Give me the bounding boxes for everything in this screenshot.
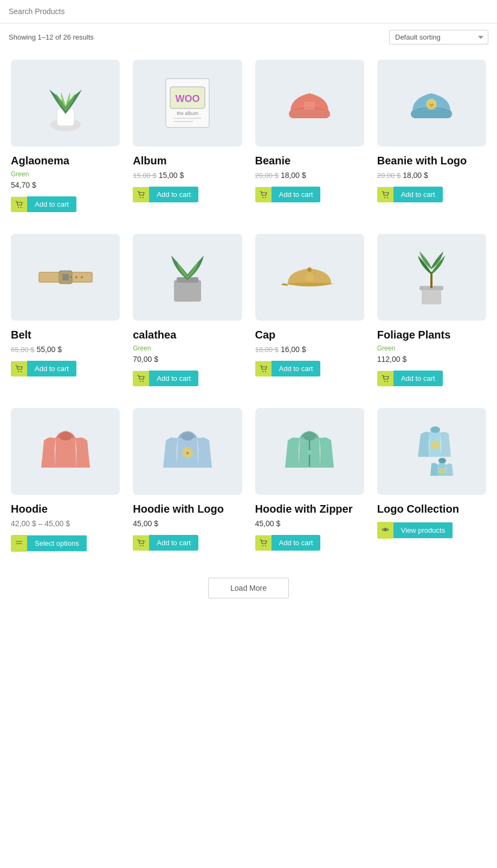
view-products-label: View products (393, 522, 453, 538)
svg-point-12 (143, 197, 144, 198)
product-card-cap: Cap18,00 $16,00 $ Add to cart (249, 225, 371, 399)
cart-icon (133, 535, 149, 551)
product-image-belt (11, 234, 120, 321)
svg-point-54 (265, 545, 266, 546)
product-name-belt: Belt (11, 328, 120, 341)
price-original: 20,00 $ (255, 171, 279, 180)
product-image-foliage-plants (377, 234, 486, 321)
svg-point-11 (140, 197, 141, 198)
sort-select[interactable]: Default sorting Sort by popularity Sort … (389, 30, 488, 44)
add-to-cart-button-foliage-plants[interactable]: Add to cart (377, 371, 443, 386)
product-price-beanie-logo: 20,00 $18,00 $ (377, 170, 486, 180)
product-price-album: 15,00 $15,00 $ (133, 170, 242, 180)
cart-icon (255, 187, 272, 202)
product-card-hoodie-logo: ★ Hoodie with Logo45,00 $ Add to cart (126, 399, 248, 565)
add-to-cart-label: Add to cart (272, 535, 321, 551)
svg-point-15 (262, 197, 263, 198)
svg-point-28 (70, 276, 72, 278)
add-to-cart-label: Add to cart (27, 361, 76, 376)
product-image-album: WOO the album (133, 60, 242, 146)
select-options-button-hoodie[interactable]: Select options (11, 535, 87, 552)
product-image-hoodie-zipper (255, 408, 364, 495)
svg-point-53 (262, 545, 263, 546)
add-to-cart-label: Add to cart (149, 187, 198, 202)
price-single: 45,00 $ (255, 519, 281, 528)
cart-icon (377, 187, 393, 202)
svg-rect-13 (289, 110, 330, 118)
cart-icon (377, 371, 393, 386)
svg-point-26 (81, 276, 83, 278)
cart-icon (11, 361, 27, 376)
svg-point-4 (21, 207, 22, 208)
svg-point-35 (307, 267, 312, 272)
add-to-cart-button-cap[interactable]: Add to cart (255, 361, 321, 376)
svg-point-33 (140, 381, 141, 382)
toolbar: Showing 1–12 of 26 results Default sorti… (0, 23, 497, 51)
product-image-beanie (255, 60, 364, 146)
add-to-cart-button-beanie[interactable]: Add to cart (255, 187, 321, 202)
svg-point-38 (265, 371, 266, 372)
svg-point-34 (143, 381, 144, 382)
cart-icon (255, 535, 272, 551)
svg-point-57 (438, 458, 446, 463)
product-name-beanie: Beanie (255, 154, 364, 167)
price-single: 112,00 $ (377, 355, 407, 363)
product-name-hoodie: Hoodie (11, 502, 120, 515)
svg-rect-25 (62, 274, 69, 280)
add-to-cart-label: Add to cart (272, 361, 321, 376)
product-image-calathea (133, 234, 242, 321)
add-to-cart-label: Add to cart (393, 187, 443, 202)
price-current: 55,00 $ (36, 345, 62, 354)
svg-point-58 (439, 468, 446, 474)
product-name-cap: Cap (255, 328, 364, 341)
svg-rect-31 (174, 280, 201, 302)
product-image-logo-collection (377, 408, 486, 495)
add-to-cart-button-calathea[interactable]: Add to cart (133, 371, 198, 386)
product-tag-foliage-plants: Green (377, 344, 486, 352)
add-to-cart-button-album[interactable]: Add to cart (133, 187, 198, 202)
view-products-button-logo-collection[interactable]: View products (377, 522, 453, 539)
add-to-cart-button-hoodie-zipper[interactable]: Add to cart (255, 535, 321, 551)
product-name-hoodie-logo: Hoodie with Logo (133, 502, 242, 515)
price-range: 42,00 $ – 45,00 $ (11, 519, 70, 528)
product-card-calathea: calatheaGreen70,00 $ Add to cart (126, 225, 248, 399)
svg-point-49 (143, 545, 144, 546)
product-name-hoodie-zipper: Hoodie with Zipper (255, 502, 364, 515)
add-to-cart-label: Add to cart (149, 535, 198, 551)
svg-text:😊: 😊 (429, 102, 434, 107)
svg-point-20 (384, 197, 385, 198)
product-image-hoodie-logo: ★ (133, 408, 242, 495)
product-price-hoodie-logo: 45,00 $ (133, 519, 242, 528)
product-price-hoodie-zipper: 45,00 $ (255, 519, 364, 528)
cart-icon (133, 187, 149, 202)
svg-text:★: ★ (185, 450, 190, 456)
add-to-cart-label: Add to cart (393, 371, 443, 386)
price-current: 15,00 $ (159, 171, 184, 180)
load-more-button[interactable]: Load More (208, 578, 289, 598)
svg-point-59 (384, 528, 386, 531)
price-current: 18,00 $ (281, 171, 306, 180)
cart-icon (11, 197, 27, 212)
view-icon (377, 522, 393, 539)
svg-rect-14 (304, 102, 315, 110)
svg-text:WOO: WOO (175, 93, 199, 104)
cart-icon (133, 371, 149, 386)
product-price-cap: 18,00 $16,00 $ (255, 344, 364, 354)
add-to-cart-button-belt[interactable]: Add to cart (11, 361, 76, 376)
svg-point-16 (265, 197, 266, 198)
price-original: 65,00 $ (11, 346, 34, 354)
add-to-cart-button-aglaonema[interactable]: Add to cart (11, 196, 76, 212)
price-current: 16,00 $ (281, 345, 306, 354)
price-single: 70,00 $ (133, 355, 158, 363)
product-card-album: WOO the album Album15,00 $15,00 $ Add to… (126, 51, 248, 225)
product-name-aglaonema: Aglaonema (11, 154, 120, 167)
add-to-cart-button-hoodie-logo[interactable]: Add to cart (133, 535, 198, 551)
product-price-aglaonema: 54,70 $ (11, 180, 120, 190)
add-to-cart-button-beanie-logo[interactable]: Add to cart (377, 187, 443, 202)
product-name-album: Album (133, 154, 242, 167)
product-price-beanie: 20,00 $18,00 $ (255, 170, 364, 180)
product-image-beanie-logo: 😊 (377, 60, 486, 146)
search-input[interactable] (9, 7, 488, 16)
svg-text:the album: the album (177, 111, 198, 116)
svg-point-52 (307, 450, 312, 455)
